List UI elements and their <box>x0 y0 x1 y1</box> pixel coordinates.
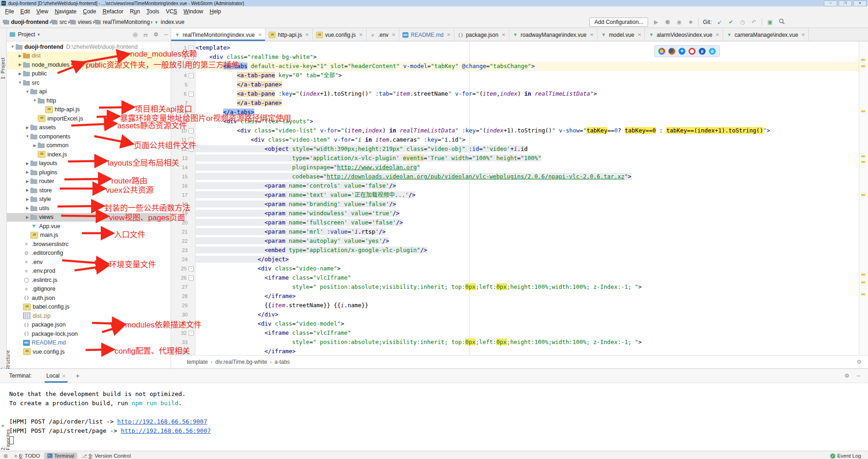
debug-icon[interactable]: ⬢ <box>664 19 671 25</box>
editor-tab[interactable]: JSvue.config.js✕ <box>313 29 367 41</box>
chevron-icon[interactable]: ▼ <box>24 90 30 94</box>
code-line[interactable]: <object style="width:390px;height:219px"… <box>195 144 859 154</box>
code-line[interactable]: pluginspage="http://www.videolan.org" <box>195 163 859 172</box>
chevron-icon[interactable]: ▶ <box>24 170 30 174</box>
chrome-icon[interactable] <box>658 48 665 55</box>
tree-item-utils[interactable]: ▶utils <box>7 204 171 213</box>
editor-breadcrumb-item[interactable]: div.realTime.bg-white <box>215 359 267 365</box>
tree-item-main.js[interactable]: JSmain.js <box>7 231 171 240</box>
breadcrumb-item[interactable]: views <box>70 19 92 25</box>
tree-item-package-lock.json[interactable]: { }package-lock.json <box>7 329 171 339</box>
code-line[interactable]: </a-tab-pane> <box>195 80 859 89</box>
tree-item-layouts[interactable]: ▶layouts <box>7 159 171 168</box>
tree-item-babel.config.js[interactable]: JSbabel.config.js <box>7 303 171 312</box>
chevron-icon[interactable]: ▶ <box>24 161 30 166</box>
tree-item-http-api.js[interactable]: JShttp-api.js <box>7 105 171 115</box>
tree-item-.env[interactable]: ≡.env <box>7 258 171 267</box>
ie-icon[interactable]: e <box>699 48 706 55</box>
tree-item-duoji-frontend[interactable]: ▼duoji-frontendD:\zheheWeb\duoji-fronten… <box>7 42 171 52</box>
code-line[interactable]: {{item.streetName}} {{i.name}} <box>195 301 859 310</box>
tree-item-api[interactable]: ▼api <box>7 87 171 97</box>
breadcrumb-item[interactable]: ▼index.vue <box>154 19 184 25</box>
close-icon[interactable]: ✕ <box>447 32 450 37</box>
editor-breadcrumb-item[interactable]: a-tabs <box>275 359 290 365</box>
code-line[interactable]: </a-tab-pane> <box>195 98 859 108</box>
chevron-icon[interactable]: ▼ <box>32 98 38 103</box>
tree-item-README.md[interactable]: MDREADME.md <box>7 339 171 348</box>
chevron-icon[interactable]: ▼ <box>24 134 30 138</box>
tree-item-vue.config.js[interactable]: JSvue.config.js <box>7 347 171 356</box>
tree-item-common[interactable]: ▶common <box>7 141 171 150</box>
new-terminal-tab-button[interactable]: + <box>76 372 80 379</box>
run-anything-icon[interactable]: ▣ <box>766 19 774 25</box>
chevron-icon[interactable]: ▶ <box>24 215 30 219</box>
chevron-icon[interactable]: ▶ <box>24 126 30 130</box>
project-panel-title[interactable]: Project <box>18 31 35 38</box>
menu-item-window[interactable]: Window <box>180 7 207 16</box>
editor-tab[interactable]: MDREADME.md✕ <box>399 29 454 41</box>
chevron-icon[interactable]: ▶ <box>24 179 30 184</box>
tree-item-components[interactable]: ▼components <box>7 132 171 141</box>
tree-item-views[interactable]: ▶views <box>7 213 171 222</box>
editor-tab[interactable]: ▼realTimeMonitoring\index.vue✕ <box>171 29 265 41</box>
editor-tab[interactable]: JShttp-api.js✕ <box>265 29 312 41</box>
view-options-icon[interactable]: ⚎ <box>143 31 148 38</box>
rollback-icon[interactable]: ↶ <box>750 19 758 25</box>
code-line[interactable]: </iframe> <box>195 347 859 355</box>
tree-item-importExcel.js[interactable]: JSimportExcel.js <box>7 114 171 123</box>
code-line[interactable]: <param name='autoplay' value='yes'/> <box>195 236 859 246</box>
code-line[interactable]: <param name='mrl' :value='i.rtsp'/> <box>195 227 859 236</box>
tree-item-.eslintrc.js[interactable]: ◯.eslintrc.js <box>7 275 171 285</box>
close-icon[interactable]: ✕ <box>258 32 262 37</box>
close-icon[interactable]: ✕ <box>305 32 309 37</box>
menu-item-refactor[interactable]: Refactor <box>99 7 126 16</box>
chevron-icon[interactable]: ▼ <box>10 45 16 49</box>
editor-tab[interactable]: ▼model.vue✕ <box>598 29 645 41</box>
chevron-icon[interactable]: ▶ <box>32 143 38 148</box>
chevron-icon[interactable]: ▶ <box>24 188 30 192</box>
code-line[interactable]: <param name='controls' value='false'/> <box>195 181 859 190</box>
safari-icon[interactable]: ✦ <box>678 48 685 55</box>
gear-icon[interactable]: ⚙ <box>154 31 159 38</box>
terminal-output[interactable]: Note that the development build is not o… <box>0 383 868 451</box>
tree-item-http[interactable]: ▼http <box>7 96 171 105</box>
search-everywhere-icon[interactable] <box>778 18 785 26</box>
editor-tab[interactable]: { }package.json✕ <box>454 29 509 41</box>
terminal-link[interactable]: http://192.168.66.56:9007 <box>117 418 207 425</box>
chevron-icon[interactable]: ▶ <box>17 54 23 58</box>
code-line[interactable]: </a-tabs> <box>195 108 859 117</box>
close-icon[interactable]: ✕ <box>638 32 641 37</box>
code-line[interactable]: <div class="video-list" v-for="(item,ind… <box>195 126 859 135</box>
terminal-tab-local[interactable]: Local ✕ <box>44 369 69 383</box>
code-line[interactable]: <div class="video-item" v-for="i in item… <box>195 135 859 144</box>
close-button[interactable]: ✕ <box>853 0 867 6</box>
code-line[interactable]: <iframe class="vlcIframe" <box>195 273 859 282</box>
code-line[interactable]: type='application/x-vlc-plugin' events='… <box>195 154 859 163</box>
tree-item-public[interactable]: ▶public <box>7 69 171 79</box>
tree-item-plugins[interactable]: ▶plugins <box>7 168 171 177</box>
code-line[interactable]: <div class="flex-layouts"> <box>195 117 859 126</box>
tool-stripe-favorites[interactable]: 2: Favorites <box>0 429 11 450</box>
code-line[interactable]: <div class="realTime bg-white"> <box>195 52 859 62</box>
code-line[interactable]: <a-tab-pane key="0" tab="全部"> <box>195 71 859 80</box>
menu-item-edit[interactable]: Edit <box>17 7 33 16</box>
tree-item-.editorconfig[interactable]: ⚙.editorconfig <box>7 249 171 258</box>
menu-item-navigate[interactable]: Navigate <box>52 7 80 16</box>
tree-item-style[interactable]: ▶style <box>7 195 171 204</box>
chevron-icon[interactable]: ▶ <box>24 206 30 210</box>
tree-item-auth.json[interactable]: { }auth.json <box>7 293 171 303</box>
code-area[interactable]: <template><div class="realTime bg-white"… <box>195 41 859 355</box>
code-line[interactable]: <embed type="application/x-google-vlc-pl… <box>195 246 859 255</box>
hide-panel-icon[interactable]: ─ <box>164 31 168 38</box>
maximize-button[interactable]: ❐ <box>839 0 852 6</box>
chevron-down-icon[interactable]: ▼ <box>37 33 40 37</box>
tool-windows-grid-icon[interactable]: ⊞ <box>4 453 7 459</box>
terminal-gear-icon[interactable]: ⚙ <box>845 373 850 379</box>
tree-item-node_modules[interactable]: ▶node_moduleslibrary root <box>7 60 171 69</box>
chevron-icon[interactable]: ▶ <box>17 72 23 76</box>
minimize-button[interactable]: ─ <box>824 0 837 6</box>
tree-item-App.vue[interactable]: ▼App.vue <box>7 222 171 231</box>
terminal-link[interactable]: http://192.168.66.56:9007 <box>121 427 211 434</box>
tree-item-.browserslistrc[interactable]: ≡.browserslistrc <box>7 240 171 249</box>
tree-item-index.js[interactable]: JSindex.js <box>7 150 171 159</box>
